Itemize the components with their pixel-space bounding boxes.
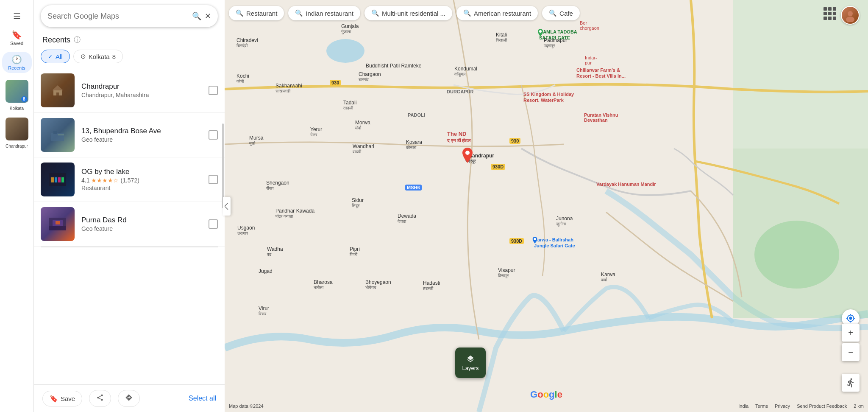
svg-point-5 (465, 151, 470, 155)
purna-name: Purna Das Rd (81, 216, 202, 224)
directions-button[interactable] (118, 390, 140, 407)
og-rating-num: 4.1 (81, 177, 89, 184)
chip-multi-label: Multi-unit residential ... (382, 10, 445, 17)
share-button[interactable] (89, 390, 111, 407)
svg-rect-12 (56, 92, 59, 95)
profile-avatar[interactable] (841, 6, 860, 25)
thumb-og (41, 163, 75, 196)
nav-menu[interactable]: ☰ (2, 8, 32, 24)
google-logo: Google (530, 389, 562, 400)
chandrapur-info: Chandrapur Chandrapur, Maharashtra (81, 82, 202, 98)
nav-recents-label: Recents (8, 65, 25, 70)
svg-rect-14 (53, 131, 57, 134)
svg-rect-21 (61, 177, 64, 182)
poi-karwa-icon (531, 237, 538, 245)
recent-items-list: Chandrapur Chandrapur, Maharashtra 13, B… (34, 68, 225, 384)
attribution-privacy[interactable]: Privacy (775, 404, 790, 409)
bhupendra-info: 13, Bhupendra Bose Ave Geo feature (81, 127, 202, 143)
recent-item-chandrapur[interactable]: Chandrapur Chandrapur, Maharashtra (34, 68, 225, 113)
bhupendra-name: 13, Bhupendra Bose Ave (81, 127, 202, 135)
purna-checkbox[interactable] (209, 219, 218, 229)
zoom-out-button[interactable]: − (842, 343, 860, 361)
nav-saved[interactable]: 🔖 Saved (2, 27, 32, 48)
bhupendra-sub: Geo feature (81, 136, 202, 143)
search-icon-indian: 🔍 (295, 9, 303, 17)
og-sub: Restaurant (81, 185, 202, 191)
zoom-in-button[interactable]: + (842, 324, 860, 342)
recent-item-bhupendra[interactable]: 13, Bhupendra Bose Ave Geo feature (34, 113, 225, 157)
chandrapur-pin (462, 148, 473, 165)
search-icon-multi: 🔍 (371, 9, 379, 17)
purna-sub: Geo feature (81, 225, 202, 232)
info-icon[interactable]: ⓘ (74, 36, 81, 45)
map-chip-cafe[interactable]: 🔍 Cafe (542, 6, 580, 20)
svg-rect-24 (56, 221, 60, 224)
svg-point-7 (534, 238, 536, 240)
chandrapur-mini-photo[interactable] (6, 118, 28, 140)
nav-saved-label: Saved (10, 41, 23, 46)
attribution-india[interactable]: India (738, 404, 748, 409)
og-info: OG by the lake 4.1 ★★★★☆ (1,572) Restaur… (81, 168, 202, 191)
nav-recents[interactable]: 🕐 Recents (2, 52, 32, 73)
attribution-scale: 2 km (854, 404, 864, 409)
kolkata-count-badge: 8 (21, 96, 27, 102)
og-stars: ★★★★☆ (91, 177, 119, 184)
bottom-action-bar: 🔖 Save Select all (34, 384, 225, 412)
close-icon[interactable]: ✕ (205, 11, 211, 21)
poi-vardayak: Vardayak Hanuman Mandir (596, 182, 656, 187)
search-bar[interactable]: 🔍 ✕ (41, 5, 218, 27)
chip-restaurant-label: Restaurant (246, 10, 277, 17)
check-icon: ✓ (48, 53, 53, 60)
scroll-indicator (222, 123, 224, 208)
highway-930-badge-2: 930 (509, 137, 520, 144)
search-icon-cafe: 🔍 (549, 9, 557, 17)
attribution-bar: Map data ©2024 India Terms Privacy Send … (229, 404, 864, 409)
attribution-feedback[interactable]: Send Product Feedback (797, 404, 847, 409)
bookmark-icon: 🔖 (11, 30, 22, 40)
search-icon[interactable]: 🔍 (192, 11, 201, 21)
collapse-sidebar-button[interactable] (223, 197, 231, 216)
map-container[interactable]: Pavali Bhatali Gunjalaगुंजाला Chiradeviच… (225, 0, 868, 412)
chandrapur-checkbox[interactable] (209, 86, 218, 95)
apps-grid-button[interactable] (822, 6, 837, 21)
svg-rect-18 (51, 177, 54, 182)
kolkata-mini-photo[interactable]: 8 (6, 80, 28, 103)
directions-icon (125, 394, 133, 403)
recent-item-og[interactable]: OG by the lake 4.1 ★★★★☆ (1,572) Restaur… (34, 157, 225, 202)
location-dot-icon: ⊙ (81, 53, 86, 60)
separator (41, 247, 218, 247)
map-chip-american[interactable]: 🔍 American restaurant (456, 6, 538, 20)
select-all-button[interactable]: Select all (189, 395, 216, 402)
og-checkbox[interactable] (209, 175, 218, 184)
svg-rect-13 (51, 133, 64, 141)
map-chip-multi-unit[interactable]: 🔍 Multi-unit residential ... (364, 6, 452, 20)
search-icon-restaurant: 🔍 (236, 9, 244, 17)
filter-all-chip[interactable]: ✓ All (41, 50, 70, 63)
chip-cafe-label: Cafe (559, 10, 573, 17)
og-name: OG by the lake (81, 168, 202, 176)
recent-item-purna[interactable]: Purna Das Rd Geo feature (34, 202, 225, 247)
purna-info: Purna Das Rd Geo feature (81, 216, 202, 232)
attribution-terms[interactable]: Terms (755, 404, 768, 409)
recents-title: Recents (42, 36, 70, 45)
map-chip-indian-restaurant[interactable]: 🔍 Indian restaurant (288, 6, 360, 20)
filter-kolkata-chip[interactable]: ⊙ Kolkata 8 (73, 50, 123, 63)
og-rating-row: 4.1 ★★★★☆ (1,572) (81, 177, 202, 184)
attribution-links: India Terms Privacy Send Product Feedbac… (738, 404, 864, 409)
save-button[interactable]: 🔖 Save (42, 391, 82, 406)
map-data-text: Map data ©2024 (229, 404, 264, 409)
map-chip-restaurant[interactable]: 🔍 Restaurant (229, 6, 284, 20)
chandrapur-mini-label: Chandrapur (2, 144, 32, 149)
map-filter-chips: 🔍 Restaurant 🔍 Indian restaurant 🔍 Multi… (229, 6, 783, 20)
bhupendra-checkbox[interactable] (209, 130, 218, 140)
share-icon (96, 394, 104, 403)
recents-header: Recents ⓘ (34, 32, 225, 48)
save-icon: 🔖 (50, 395, 58, 403)
zoom-controls[interactable]: + − (842, 324, 860, 361)
highway-930d-badge: 930D (491, 163, 505, 170)
svg-point-8 (848, 11, 853, 16)
layers-button[interactable]: Layers (455, 348, 486, 378)
kolkata-mini-label: Kolkata (2, 106, 32, 111)
search-input[interactable] (47, 12, 189, 21)
street-view-pegman[interactable] (842, 374, 860, 392)
